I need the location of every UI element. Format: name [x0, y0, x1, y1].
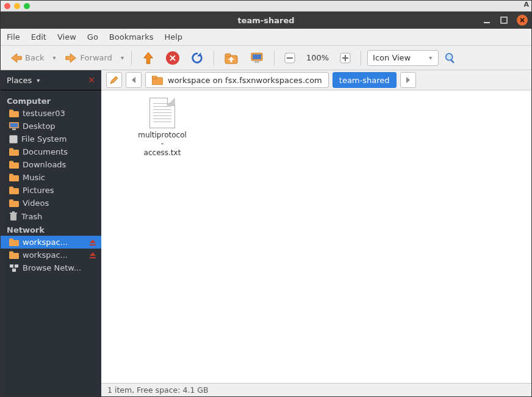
search-button[interactable] — [442, 50, 458, 66]
arrow-left-icon — [9, 51, 23, 65]
status-text: 1 item, Free space: 4.1 GB — [107, 385, 209, 395]
sidebar-group-computer: Computer — [1, 94, 101, 107]
sidebar-item-pictures[interactable]: Pictures — [1, 184, 101, 197]
sidebar-item-label: workspac... — [23, 250, 68, 260]
reload-button[interactable] — [187, 50, 207, 66]
sidebar-close-button[interactable]: ✕ — [88, 75, 95, 85]
home-button[interactable] — [220, 51, 242, 65]
sidebar-item-documents[interactable]: Documents — [1, 145, 101, 158]
svg-rect-7 — [225, 54, 231, 57]
stop-button[interactable] — [162, 50, 183, 66]
menu-help[interactable]: Help — [164, 32, 182, 42]
search-icon — [444, 51, 457, 65]
triangle-left-icon — [131, 76, 137, 84]
svg-rect-20 — [9, 110, 13, 112]
stop-icon — [166, 51, 179, 65]
mac-zoom-dot[interactable] — [24, 3, 30, 9]
desktop-icon — [9, 122, 19, 130]
zoom-out-button[interactable] — [281, 51, 299, 65]
arrow-right-icon — [65, 51, 78, 65]
separator — [214, 51, 214, 65]
sidebar-item-home[interactable]: testuser03 — [1, 107, 101, 120]
sidebar-title: Places — [7, 76, 32, 85]
mac-close-dot[interactable] — [4, 3, 10, 9]
up-button[interactable] — [138, 50, 159, 66]
eject-icon[interactable] — [89, 252, 96, 259]
svg-point-17 — [446, 53, 453, 60]
mac-minimize-dot[interactable] — [14, 3, 20, 9]
forward-button[interactable]: Forward — [61, 50, 116, 66]
svg-rect-33 — [9, 200, 13, 202]
svg-rect-38 — [9, 239, 13, 241]
window: A team-shared File Edit View Go Bookmark… — [0, 0, 532, 397]
titlebar: team-shared — [1, 12, 531, 29]
minimize-button[interactable] — [483, 16, 491, 24]
maximize-button[interactable] — [500, 16, 508, 24]
zoom-level: 100% — [303, 53, 332, 62]
disk-icon — [9, 135, 18, 144]
sidebar-dropdown[interactable]: ▾ — [35, 77, 41, 84]
sidebar-item-desktop[interactable]: Desktop — [1, 120, 101, 133]
text-file-icon — [149, 98, 175, 128]
forward-history-dropdown[interactable]: ▾ — [120, 54, 125, 61]
path-segment-label: workspace on fsx.fsxnworkspaces.com — [168, 76, 322, 85]
sidebar-header: Places ▾ ✕ — [1, 70, 101, 90]
zoom-in-button[interactable] — [336, 51, 354, 65]
svg-rect-1 — [501, 17, 507, 23]
svg-rect-45 — [12, 269, 16, 272]
body: Places ▾ ✕ Computer testuser03 Desktop F… — [1, 70, 531, 396]
menu-go[interactable]: Go — [87, 32, 98, 42]
menu-view[interactable]: View — [57, 32, 76, 42]
sidebar-list: Computer testuser03 Desktop File System … — [1, 90, 101, 278]
sidebar-item-workspace-2[interactable]: workspac... — [1, 249, 101, 261]
network-folder-icon — [9, 251, 19, 259]
svg-rect-34 — [10, 214, 16, 220]
view-mode-select[interactable]: Icon View ▾ — [367, 50, 439, 66]
path-segment-current[interactable]: team-shared — [332, 72, 397, 88]
menubar: File Edit View Go Bookmarks Help — [1, 29, 531, 46]
statusbar: 1 item, Free space: 4.1 GB — [101, 383, 531, 396]
path-segment-label: team-shared — [339, 76, 390, 85]
svg-rect-39 — [90, 244, 96, 246]
svg-rect-43 — [10, 264, 13, 268]
svg-rect-0 — [484, 22, 490, 23]
sidebar-item-label: Documents — [23, 147, 68, 156]
sidebar-item-browse-network[interactable]: Browse Netw... — [1, 261, 101, 274]
file-view[interactable]: multiprotocol- access.txt — [101, 90, 531, 383]
eject-icon[interactable] — [89, 239, 96, 246]
chevron-down-icon: ▾ — [428, 54, 433, 61]
menu-bookmarks[interactable]: Bookmarks — [109, 32, 154, 42]
view-mode-label: Icon View — [373, 53, 411, 62]
back-button[interactable]: Back — [5, 50, 48, 66]
mac-traffic-strip: A — [1, 1, 531, 12]
path-segment-root[interactable]: workspace on fsx.fsxnworkspaces.com — [145, 72, 329, 88]
computer-icon — [250, 52, 264, 64]
close-button[interactable] — [517, 15, 528, 26]
menu-file[interactable]: File — [7, 32, 20, 42]
separator — [361, 51, 361, 65]
back-history-dropdown[interactable]: ▾ — [52, 54, 57, 61]
sidebar-item-trash[interactable]: Trash — [1, 209, 101, 223]
menu-edit[interactable]: Edit — [31, 32, 46, 42]
sidebar-item-music[interactable]: Music — [1, 171, 101, 184]
file-label-line1: multiprotocol- — [138, 131, 187, 148]
svg-line-46 — [12, 268, 14, 269]
path-back-button[interactable] — [126, 72, 142, 88]
sidebar-item-downloads[interactable]: Downloads — [1, 158, 101, 171]
file-item[interactable]: multiprotocol- access.txt — [113, 98, 187, 157]
sidebar-item-label: Videos — [23, 198, 49, 208]
sidebar-item-workspace-1[interactable]: workspac... — [1, 236, 101, 249]
computer-button[interactable] — [246, 51, 268, 65]
svg-line-47 — [14, 268, 16, 269]
edit-path-button[interactable] — [106, 72, 122, 88]
sidebar-item-videos[interactable]: Videos — [1, 197, 101, 209]
svg-rect-42 — [90, 257, 96, 258]
triangle-right-icon — [405, 76, 411, 84]
sidebar-item-label: File System — [21, 134, 66, 144]
sidebar-item-label: Desktop — [23, 122, 56, 131]
svg-rect-49 — [152, 76, 157, 79]
path-forward-button[interactable] — [400, 72, 416, 88]
network-icon — [9, 264, 19, 272]
svg-rect-11 — [254, 61, 259, 63]
sidebar-item-filesystem[interactable]: File System — [1, 133, 101, 145]
